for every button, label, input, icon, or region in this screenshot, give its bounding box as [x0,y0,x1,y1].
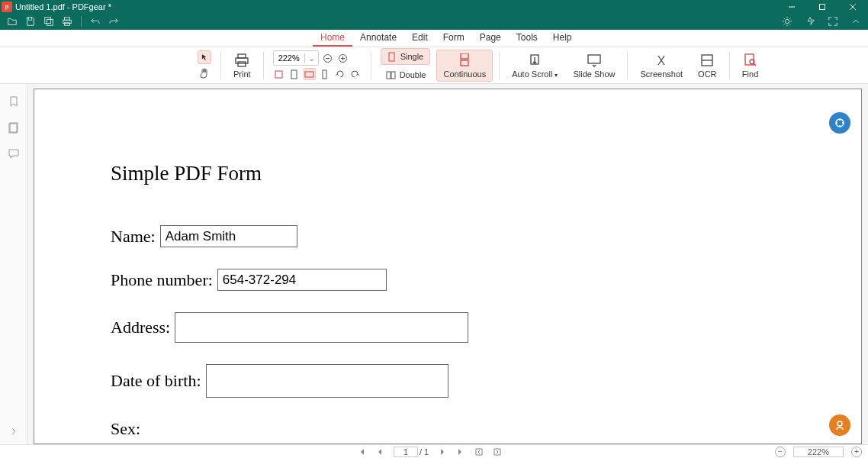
comments-icon[interactable] [7,147,21,160]
feedback-icon[interactable] [804,15,816,27]
ai-assist-button[interactable] [829,112,850,134]
hand-tool-icon[interactable] [198,66,211,80]
quick-access-bar [0,13,868,30]
zoom-value: 222% [274,53,304,63]
tab-tools[interactable]: Tools [509,30,545,47]
zoom-out-button[interactable]: − [775,447,786,457]
double-page-button[interactable]: Double [381,67,431,82]
minimize-button[interactable] [776,0,807,13]
pager: 1 / 1 [357,447,502,457]
tab-help[interactable]: Help [545,30,580,47]
fit-page-icon[interactable] [288,68,301,80]
double-page-icon [385,69,397,81]
dob-field[interactable] [206,364,448,398]
save-icon[interactable] [24,15,37,27]
single-page-icon [386,50,398,63]
next-view-icon[interactable] [493,447,502,456]
find-button[interactable]: Find [736,50,765,81]
app-icon: p [2,2,12,12]
next-page-icon[interactable] [438,447,447,456]
svg-rect-4 [45,18,51,24]
save-as-icon[interactable] [43,15,55,27]
ribbon: Print 222% ⌄ Single Double [0,47,868,84]
single-page-button[interactable]: Single [381,48,431,65]
zoom-in-icon[interactable] [337,52,349,64]
undo-icon[interactable] [89,15,101,27]
theme-icon[interactable] [781,15,793,27]
address-label: Address: [111,318,170,337]
slide-show-button[interactable]: Slide Show [567,50,621,81]
svg-rect-20 [305,72,313,77]
tab-page[interactable]: Page [472,30,509,47]
auto-scroll-button[interactable]: Auto Scroll ▾ [506,50,564,81]
name-field[interactable]: Adam Smith [160,225,297,247]
tab-form[interactable]: Form [436,30,472,47]
fit-actual-icon[interactable] [273,68,285,80]
svg-rect-5 [47,19,53,25]
phone-field[interactable]: 654-372-294 [217,269,387,291]
print-button[interactable]: Print [227,50,257,81]
tab-edit[interactable]: Edit [404,30,436,47]
select-tool-icon[interactable] [198,50,211,64]
document-area[interactable]: Simple PDF Form Name: Adam Smith Phone n… [27,84,868,444]
chevron-down-icon: ⌄ [304,53,318,63]
fullscreen-icon[interactable] [827,15,839,27]
window-controls [776,0,868,13]
tab-annotate[interactable]: Annotate [352,30,404,47]
rotate-cw-icon[interactable] [349,68,362,80]
bookmark-icon[interactable] [7,95,21,108]
first-page-icon[interactable] [357,447,366,456]
address-field[interactable] [175,312,468,343]
support-button[interactable] [829,414,850,436]
svg-rect-36 [476,449,482,455]
side-panel [0,84,27,444]
phone-label: Phone number: [111,270,213,290]
zoom-display[interactable]: 222% [793,447,844,457]
svg-rect-1 [820,4,825,9]
continuous-button[interactable]: Continuous [436,50,493,82]
print-label: Print [233,69,251,79]
page-total: / 1 [420,447,429,456]
svg-rect-6 [65,18,70,21]
print-icon[interactable] [61,15,73,27]
svg-rect-37 [494,449,500,455]
rotate-ccw-icon[interactable] [334,68,346,80]
thumbnails-icon[interactable] [7,121,21,134]
prev-page-icon[interactable] [375,447,384,456]
prev-view-icon[interactable] [474,447,484,456]
svg-rect-23 [387,72,391,79]
svg-rect-26 [461,60,468,66]
main-area: Simple PDF Form Name: Adam Smith Phone n… [0,84,868,444]
maximize-button[interactable] [807,0,837,13]
title-bar: p Untitled 1.pdf - PDFgear * [0,0,868,13]
ocr-button[interactable]: OCR [692,50,722,81]
collapse-panel-icon[interactable] [7,424,21,438]
svg-rect-25 [461,53,468,59]
svg-rect-28 [588,55,600,63]
svg-point-35 [837,421,842,426]
collapse-ribbon-icon[interactable] [850,15,862,27]
page-number-input[interactable]: 1 [394,447,418,457]
svg-rect-18 [275,71,282,78]
close-button[interactable] [837,0,868,13]
sex-label: Sex: [111,419,861,439]
open-icon[interactable] [6,15,18,27]
name-label: Name: [111,227,156,247]
tab-home[interactable]: Home [313,30,352,47]
last-page-icon[interactable] [456,447,465,456]
redo-icon[interactable] [108,15,120,27]
svg-rect-21 [323,70,326,79]
zoom-out-icon[interactable] [322,52,334,64]
svg-rect-24 [391,72,395,79]
form-title: Simple PDF Form [111,162,861,185]
svg-rect-12 [238,62,246,66]
dob-label: Date of birth: [111,371,201,391]
screenshot-button[interactable]: Screenshot [634,50,689,81]
zoom-combo[interactable]: 222% ⌄ [273,50,319,66]
pdf-page: Simple PDF Form Name: Adam Smith Phone n… [34,89,862,444]
fit-width-icon[interactable] [304,68,316,80]
zoom-in-button[interactable]: + [851,447,862,457]
window-title: Untitled 1.pdf - PDFgear * [15,2,111,11]
svg-rect-19 [291,70,297,79]
fit-height-icon[interactable] [319,68,331,80]
